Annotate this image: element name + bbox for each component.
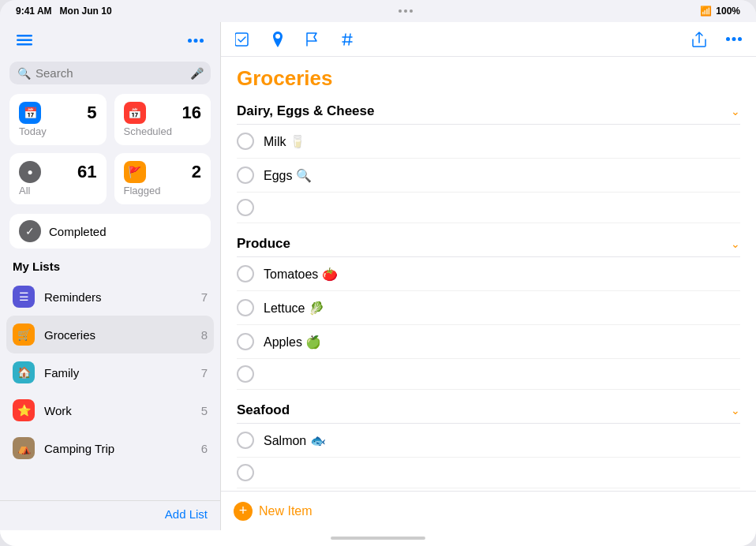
sidebar-toggle-button[interactable]: [13, 28, 36, 52]
work-count: 5: [201, 404, 208, 417]
camping-icon: ⛺: [13, 437, 35, 459]
produce-add-circle: [237, 365, 254, 383]
svg-point-7: [726, 37, 730, 41]
list-row-work[interactable]: ⭐ Work 5: [0, 391, 220, 429]
svg-point-5: [200, 39, 204, 43]
today-icon: 📅: [19, 102, 41, 124]
seafood-title: Seafood: [237, 402, 290, 418]
home-bar: [331, 537, 425, 540]
svg-point-4: [194, 39, 198, 43]
groceries-label: Groceries: [44, 328, 192, 342]
time: 9:41 AM: [16, 6, 52, 17]
salmon-checkbox[interactable]: [237, 432, 254, 449]
smart-card-scheduled[interactable]: 📅 16 Scheduled: [114, 94, 211, 145]
eggs-checkbox[interactable]: [237, 166, 254, 184]
more-icon[interactable]: [724, 30, 743, 49]
flag-icon[interactable]: [303, 30, 322, 49]
reminder-tomatoes: Tomatoes 🍅: [237, 257, 740, 291]
apples-text: Apples 🍏: [264, 335, 321, 350]
search-input[interactable]: [36, 66, 185, 80]
reminders-icon: ☰: [13, 286, 35, 308]
groceries-count: 8: [201, 328, 208, 342]
dots-indicator: [399, 9, 413, 13]
seafood-section-header: Seafood ⌄: [237, 396, 740, 424]
svg-point-8: [732, 37, 736, 41]
seafood-chevron[interactable]: ⌄: [731, 404, 740, 417]
lettuce-text: Lettuce 🥬: [264, 301, 324, 316]
list-items: ☰ Reminders 7 🛒 Groceries 8 🏠 Family 7: [0, 278, 220, 500]
reminders-count: 7: [201, 290, 208, 304]
smart-card-flagged[interactable]: 🚩 2 Flagged: [114, 153, 211, 204]
camping-count: 6: [201, 442, 208, 455]
search-bar[interactable]: 🔍 🎤: [9, 62, 211, 84]
sidebar-footer: Add List: [0, 500, 220, 530]
dairy-title: Dairy, Eggs & Cheese: [237, 103, 374, 119]
completed-card[interactable]: ✓ Completed: [9, 214, 211, 249]
family-count: 7: [201, 366, 208, 380]
flagged-icon: 🚩: [124, 161, 146, 183]
list-row-groceries[interactable]: 🛒 Groceries 8: [6, 316, 214, 353]
new-item-button[interactable]: + New Item: [234, 502, 313, 521]
reminder-eggs: Eggs 🔍: [237, 159, 740, 193]
all-count: 61: [77, 162, 96, 182]
today-count: 5: [87, 103, 96, 123]
dairy-add-circle: [237, 199, 254, 216]
list-row-reminders[interactable]: ☰ Reminders 7: [0, 278, 220, 316]
all-icon: ●: [19, 161, 41, 183]
smart-card-today[interactable]: 📅 5 Today: [9, 94, 107, 145]
reminder-salmon: Salmon 🐟: [237, 424, 740, 458]
list-row-family[interactable]: 🏠 Family 7: [0, 353, 220, 391]
smart-lists: 📅 5 Today 📅 16 Scheduled ● 61: [0, 94, 220, 214]
lettuce-checkbox[interactable]: [237, 299, 254, 316]
flagged-label: Flagged: [124, 185, 202, 196]
new-item-label: New Item: [259, 504, 313, 518]
checklist-icon[interactable]: [234, 30, 253, 49]
svg-point-3: [188, 39, 192, 43]
battery-level: 100%: [716, 6, 740, 17]
produce-chevron[interactable]: ⌄: [731, 237, 740, 250]
produce-title: Produce: [237, 236, 290, 252]
new-item-plus-icon: +: [234, 502, 253, 521]
dairy-chevron[interactable]: ⌄: [731, 105, 740, 118]
seafood-add-circle: [237, 464, 254, 481]
sidebar-top-bar: [0, 22, 220, 58]
seafood-add-row: [237, 458, 740, 488]
section-produce: Produce ⌄ Tomatoes 🍅 Lettuce 🥬 Apples 🍏: [237, 230, 740, 390]
status-bar: 9:41 AM Mon Jun 10 📶 100%: [0, 0, 756, 22]
sidebar-more-button[interactable]: [184, 28, 208, 52]
family-icon: 🏠: [13, 361, 35, 383]
share-icon[interactable]: [690, 30, 709, 49]
completed-icon: ✓: [19, 220, 41, 242]
milk-checkbox[interactable]: [237, 133, 254, 150]
completed-label: Completed: [49, 225, 107, 238]
detail-panel: Groceries Dairy, Eggs & Cheese ⌄ Milk 🥛: [221, 22, 756, 530]
milk-text: Milk 🥛: [264, 134, 305, 149]
produce-section-header: Produce ⌄: [237, 230, 740, 257]
smart-card-all[interactable]: ● 61 All: [9, 153, 107, 204]
eggs-text: Eggs 🔍: [264, 168, 312, 183]
svg-rect-1: [17, 39, 32, 42]
home-indicator: [0, 530, 756, 546]
list-row-camping[interactable]: ⛺ Camping Trip 6: [0, 429, 220, 467]
reminders-label: Reminders: [44, 290, 192, 304]
location-icon[interactable]: [268, 30, 287, 49]
groceries-icon: 🛒: [13, 323, 35, 346]
hashtag-icon[interactable]: [338, 30, 357, 49]
reminder-apples: Apples 🍏: [237, 325, 740, 359]
today-label: Today: [19, 125, 97, 137]
sidebar: 🔍 🎤 📅 5 Today 📅 16: [0, 22, 221, 530]
detail-toolbar: [221, 22, 756, 57]
reminder-milk: Milk 🥛: [237, 125, 740, 159]
reminder-lettuce: Lettuce 🥬: [237, 291, 740, 325]
salmon-text: Salmon 🐟: [264, 433, 326, 448]
apples-checkbox[interactable]: [237, 333, 254, 350]
add-list-button[interactable]: Add List: [13, 507, 208, 521]
svg-rect-6: [235, 33, 248, 46]
main-content: 🔍 🎤 📅 5 Today 📅 16: [0, 22, 756, 530]
flagged-count: 2: [192, 162, 201, 182]
detail-title: Groceries: [221, 57, 756, 97]
tomatoes-checkbox[interactable]: [237, 265, 254, 282]
produce-add-row: [237, 359, 740, 390]
camping-label: Camping Trip: [44, 442, 192, 455]
tomatoes-text: Tomatoes 🍅: [264, 267, 338, 282]
